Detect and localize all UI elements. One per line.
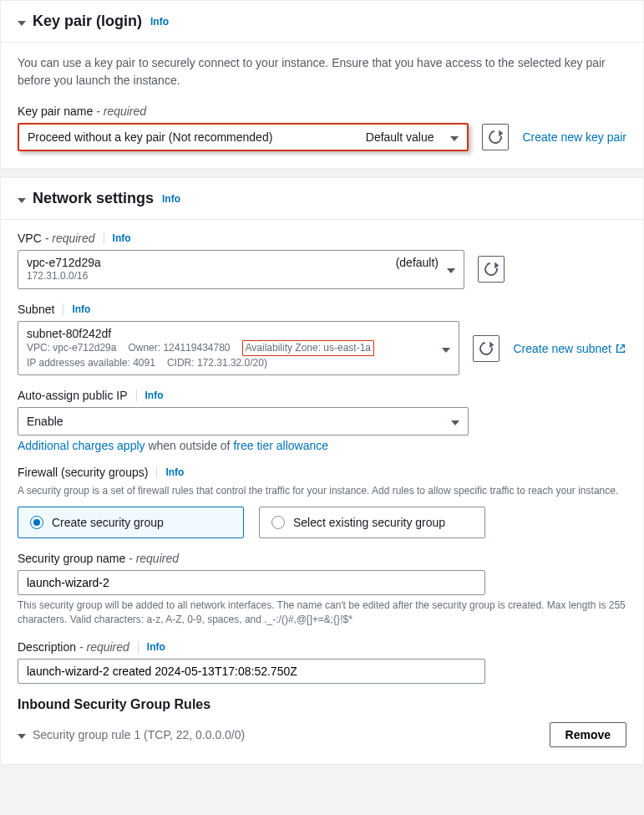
vpc-label-text: VPC: [18, 232, 42, 245]
charges-link-pre[interactable]: Additional charges apply: [18, 439, 145, 452]
vpc-value: vpc-e712d29a: [27, 256, 101, 269]
caret-down-icon: [18, 190, 26, 207]
create-key-pair-link[interactable]: Create new key pair: [522, 130, 626, 144]
key-pair-name-label: Key pair name - required: [18, 104, 626, 118]
refresh-icon: [482, 260, 500, 278]
external-link-icon: [615, 343, 626, 354]
auto-assign-label: Auto-assign public IP: [18, 389, 128, 402]
auto-assign-value: Enable: [27, 415, 63, 428]
subnet-ip-available: IP addresses available: 4091: [27, 356, 155, 370]
sg-desc-input[interactable]: [18, 659, 485, 684]
caret-down-icon: [18, 13, 26, 30]
radio-create-label: Create security group: [52, 516, 164, 529]
key-pair-header[interactable]: Key pair (login) Info: [1, 1, 643, 42]
firewall-label-row: Firewall (security groups) Info: [18, 466, 626, 479]
sg-desc-field: Description - required Info: [18, 640, 626, 684]
sg-desc-label-row: Description - required Info: [18, 640, 626, 654]
radio-create-security-group[interactable]: Create security group: [18, 507, 244, 538]
subnet-select[interactable]: subnet-80f242df VPC: vpc-e712d29a Owner:…: [18, 321, 459, 376]
auto-assign-field: Auto-assign public IP Info Enable Additi…: [18, 389, 626, 452]
vpc-label-row: VPC - required Info: [18, 232, 626, 245]
vpc-select[interactable]: vpc-e712d29a (default) 172.31.0.0/16: [18, 250, 464, 289]
subnet-info-link[interactable]: Info: [72, 303, 90, 315]
network-settings-body: VPC - required Info vpc-e712d29a (defaul…: [1, 220, 643, 764]
vpc-cidr: 172.31.0.0/16: [27, 269, 439, 283]
sg-name-label-text: Security group name: [18, 552, 125, 565]
firewall-helper: A security group is a set of firewall ru…: [18, 484, 626, 498]
network-settings-panel: Network settings Info VPC - required Inf…: [0, 177, 644, 765]
sg-name-field: Security group name - required This secu…: [18, 552, 626, 627]
firewall-info-link[interactable]: Info: [165, 466, 184, 478]
required-indicator: - required: [129, 552, 179, 565]
separator: [104, 232, 104, 244]
subnet-label-row: Subnet Info: [18, 303, 626, 316]
create-subnet-link[interactable]: Create new subnet: [513, 342, 626, 355]
sg-desc-label: Description - required: [18, 640, 129, 654]
charges-text-mid: when outside of: [145, 439, 234, 452]
auto-assign-select[interactable]: Enable: [18, 407, 469, 436]
charges-link-post[interactable]: free tier allowance: [233, 439, 328, 452]
field-label-text: Key pair name: [18, 104, 93, 118]
caret-down-icon: [450, 130, 459, 144]
caret-down-icon: [447, 262, 455, 276]
firewall-field: Firewall (security groups) Info A securi…: [18, 466, 626, 538]
subnet-vpc: VPC: vpc-e712d29a: [27, 341, 116, 355]
sg-desc-info-link[interactable]: Info: [147, 641, 165, 653]
sg-desc-label-text: Description: [18, 640, 76, 654]
subnet-value: subnet-80f242df: [27, 327, 111, 340]
auto-assign-info-link[interactable]: Info: [145, 390, 164, 401]
inbound-rule-1-label: Security group rule 1 (TCP, 22, 0.0.0.0/…: [33, 728, 245, 741]
inbound-rule-1: Security group rule 1 (TCP, 22, 0.0.0.0/…: [18, 722, 626, 747]
subnet-owner: Owner: 124119434780: [128, 341, 230, 355]
network-settings-header[interactable]: Network settings Info: [1, 178, 643, 219]
key-pair-title: Key pair (login): [33, 13, 142, 30]
refresh-subnet-button[interactable]: [473, 335, 499, 362]
network-settings-info-link[interactable]: Info: [162, 193, 180, 205]
subnet-details-row1: VPC: vpc-e712d29a Owner: 124119434780 Av…: [27, 340, 434, 356]
firewall-label: Firewall (security groups): [18, 466, 148, 479]
subnet-cidr: CIDR: 172.31.32.0/20): [167, 356, 267, 370]
radio-select-label: Select existing security group: [293, 516, 445, 529]
remove-rule-button[interactable]: Remove: [550, 722, 626, 747]
vpc-info-link[interactable]: Info: [113, 232, 131, 244]
caret-down-icon: [442, 342, 450, 355]
caret-down-icon: [451, 415, 459, 428]
required-indicator: - required: [96, 104, 146, 118]
refresh-key-pair-button[interactable]: [482, 124, 509, 150]
caret-down-icon[interactable]: [18, 728, 26, 741]
create-subnet-text: Create new subnet: [513, 342, 611, 355]
key-pair-info-link[interactable]: Info: [150, 16, 169, 28]
key-pair-panel: Key pair (login) Info You can use a key …: [0, 0, 644, 169]
separator: [138, 641, 139, 653]
required-indicator: - required: [45, 232, 95, 245]
network-settings-title: Network settings: [33, 190, 154, 207]
vpc-default-badge: (default): [396, 256, 439, 269]
subnet-az-highlighted: Availability Zone: us-east-1a: [242, 340, 375, 356]
refresh-icon: [486, 128, 505, 146]
subnet-field: Subnet Info subnet-80f242df VPC: vpc-e71…: [18, 303, 626, 376]
sg-name-helper: This security group will be added to all…: [18, 599, 626, 627]
charges-notice: Additional charges apply when outside of…: [18, 439, 626, 452]
radio-select-existing-security-group[interactable]: Select existing security group: [259, 507, 485, 538]
separator: [63, 303, 63, 315]
auto-assign-label-row: Auto-assign public IP Info: [18, 389, 626, 402]
separator: [156, 466, 157, 478]
subnet-label: Subnet: [18, 303, 54, 316]
radio-icon: [271, 516, 285, 529]
separator: [136, 390, 137, 401]
required-indicator: - required: [79, 640, 129, 654]
key-pair-description: You can use a key pair to securely conne…: [18, 54, 626, 89]
sg-name-input[interactable]: [18, 570, 485, 595]
vpc-label: VPC - required: [18, 232, 95, 245]
key-pair-default-badge: Default value: [366, 130, 434, 144]
key-pair-select[interactable]: Proceed without a key pair (Not recommen…: [18, 123, 469, 151]
sg-name-label: Security group name - required: [18, 552, 626, 565]
refresh-icon: [477, 339, 495, 357]
radio-icon: [30, 516, 43, 529]
refresh-vpc-button[interactable]: [478, 256, 505, 283]
subnet-details-row2: IP addresses available: 4091 CIDR: 172.3…: [27, 356, 434, 370]
key-pair-body: You can use a key pair to securely conne…: [1, 43, 643, 168]
key-pair-selected-value: Proceed without a key pair (Not recommen…: [28, 130, 366, 144]
inbound-rules-title: Inbound Security Group Rules: [18, 697, 626, 712]
firewall-radio-group: Create security group Select existing se…: [18, 507, 485, 538]
